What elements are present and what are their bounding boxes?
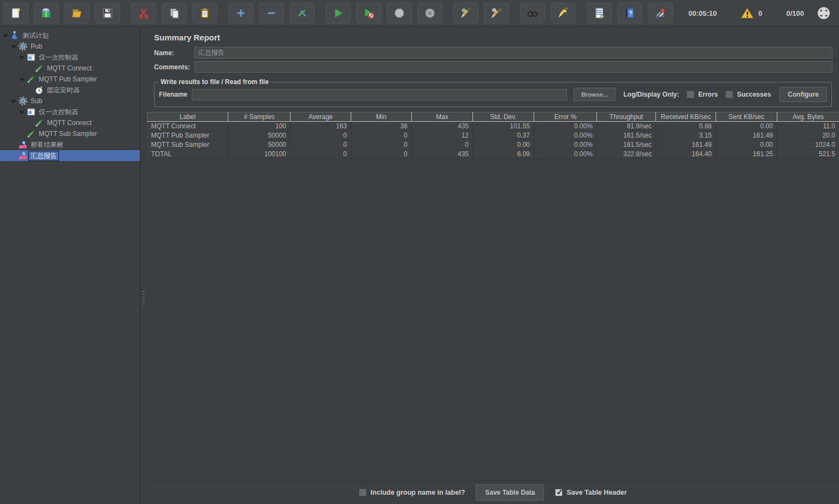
search-reset-button[interactable] [551,3,576,23]
clear-icon [460,7,472,19]
copy-button[interactable] [162,3,187,23]
tree-item-0[interactable]: 测试计划 [0,30,140,41]
column-header: Max [412,112,473,122]
start-button[interactable] [326,3,351,23]
save-button[interactable] [95,3,120,23]
tree-item-label: Sub [28,97,44,105]
column-header: Std. Dev. [473,112,534,122]
collapse-arrow-icon[interactable] [10,43,17,50]
collapse-arrow-icon[interactable] [10,98,17,105]
stop-icon [393,7,405,19]
listener-icon [17,139,28,150]
warning-icon [741,7,754,19]
write-results-section: Write results to file / Read from file F… [154,78,832,107]
browse-button[interactable]: Browse... [574,88,616,101]
value-cell: 161.5/sec [597,131,656,140]
shutdown-button[interactable] [417,3,442,23]
tree-item-4[interactable]: MQTT Pub Sampler [0,74,140,85]
save-table-data-button[interactable]: Save Table Data [476,484,544,501]
tree-item-9[interactable]: MQTT Sub Sampler [0,128,140,139]
save-table-header-checkbox[interactable]: Save Table Header [555,489,627,496]
value-cell: 50000 [228,131,291,140]
svg-text:?: ? [629,10,633,16]
value-cell: 435 [412,122,473,131]
toggle-button[interactable] [289,3,315,23]
clear-all-button[interactable] [484,3,509,23]
tree-item-3[interactable]: MQTT Connect [0,63,140,74]
stop-button[interactable] [387,3,412,23]
remove-icon [265,7,277,19]
open-button[interactable] [64,3,90,23]
configure-button[interactable]: Configure [779,87,827,102]
plugins-button[interactable] [648,3,673,23]
value-cell: 1024.0 [777,140,839,150]
status-cluster: 00:05:10 0 0/100 [688,5,836,21]
help-button[interactable]: ? [617,3,642,23]
log-warning-indicator[interactable]: 0 [741,7,762,19]
name-input[interactable] [194,47,832,58]
tree-item-label: MQTT Pub Sampler [37,75,99,84]
tree-arrow-spacer [27,65,34,72]
cut-button[interactable] [131,3,156,23]
tree-arrow-spacer [27,87,34,94]
value-cell: 0.00% [534,150,597,159]
column-header: Received KB/sec [656,112,716,122]
successes-checkbox[interactable]: Successes [725,91,771,98]
tree-item-label: MQTT Sub Sampler [37,129,99,138]
errors-checkbox-label: Errors [698,91,718,98]
column-header: Label [147,112,228,122]
clear-button[interactable] [453,3,478,23]
tree-item-7[interactable]: 仅一次控制器 [0,106,140,117]
comments-input[interactable] [194,61,832,73]
value-cell: 50000 [228,140,291,150]
tree-item-2[interactable]: 仅一次控制器 [0,52,140,63]
include-group-name-label: Include group name in label? [370,489,465,496]
value-cell: 0.00 [716,122,777,131]
templates-icon [40,7,52,19]
tree-item-6[interactable]: Sub [0,96,140,106]
start-no-timers-button[interactable] [356,3,381,23]
value-cell: 0 [291,150,351,159]
new-button[interactable] [3,3,28,23]
successes-checkbox-label: Successes [737,91,771,98]
value-cell: 0 [291,131,351,140]
tree-item-1[interactable]: Pub [0,41,140,52]
remove-button[interactable] [259,3,284,23]
tree-arrow-spacer [27,120,34,127]
elapsed-time: 00:05:10 [688,9,717,17]
collapse-arrow-icon[interactable] [19,54,26,61]
errors-checkbox-box[interactable] [687,91,694,98]
open-icon [71,7,83,19]
successes-checkbox-box[interactable] [725,91,733,98]
save-table-header-checkbox-box[interactable] [555,489,563,496]
include-group-name-checkbox[interactable]: Include group name in label? [359,489,465,496]
summary-report-panel: Summary Report Name: Comments: Write res… [147,27,839,504]
collapse-arrow-icon[interactable] [2,32,9,39]
column-header: Error % [534,112,597,122]
value-cell: 11.0 [777,122,839,131]
value-cell: 100 [228,122,291,131]
errors-checkbox[interactable]: Errors [687,91,718,98]
name-label: Name: [154,49,194,57]
tree-item-8[interactable]: MQTT Connect [0,117,140,128]
collapse-arrow-icon[interactable] [19,76,26,83]
tree-item-5[interactable]: 固定定时器 [0,85,140,96]
tree-item-10[interactable]: 察看结果树 [0,139,140,150]
templates-button[interactable] [34,3,59,23]
include-group-name-checkbox-box[interactable] [359,489,367,496]
filename-input[interactable] [192,89,567,100]
add-button[interactable] [228,3,253,23]
toolbar-buttons: ? [3,3,678,23]
function-helper-button[interactable] [587,3,612,23]
tree-item-label: 仅一次控制器 [37,52,80,63]
search-button[interactable] [520,3,545,23]
tree-item-11[interactable]: 汇总报告 [0,150,140,161]
once-only-controller-icon [26,52,37,63]
results-table: Label# SamplesAverageMinMaxStd. Dev.Erro… [147,112,839,159]
save-icon [102,7,114,19]
tree-main-splitter[interactable] [140,27,147,504]
test-plan-tree: 测试计划Pub仅一次控制器MQTT ConnectMQTT Pub Sample… [0,27,140,504]
plugins-icon [654,7,666,19]
paste-button[interactable] [192,3,217,23]
collapse-arrow-icon[interactable] [19,109,26,116]
